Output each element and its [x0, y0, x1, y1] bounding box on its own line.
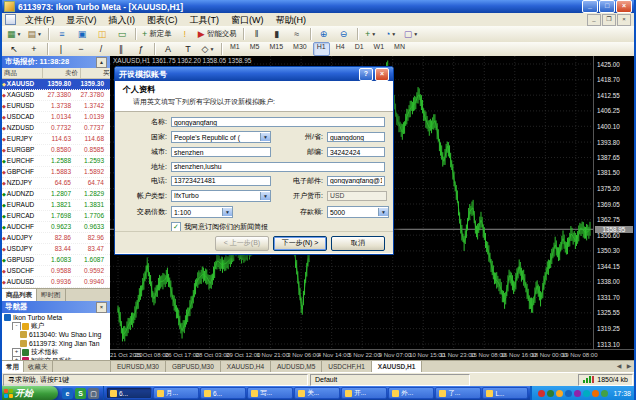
menu-file[interactable]: 文件(F)	[19, 15, 61, 25]
tree-item-accounts-group[interactable]: -账户	[2, 322, 110, 331]
market-watch-row-USDJPY[interactable]: ◆USDJPY83.4483.47	[2, 244, 110, 255]
chart-close-icon[interactable]: ×	[617, 14, 631, 26]
quick-launch-browser-icon[interactable]: e	[62, 388, 73, 399]
tray-icon-7[interactable]	[592, 390, 599, 397]
tree-item-indicators-group[interactable]: +技术指标	[2, 348, 110, 357]
cursor-icon[interactable]: ↖	[5, 42, 23, 57]
tray-icon-5[interactable]	[574, 390, 581, 397]
leverage-select[interactable]: 1:100 ▼	[171, 206, 233, 218]
market-watch-row-GBPCHF[interactable]: ◆GBPCHF1.58831.5892	[2, 167, 110, 178]
tray-icon-8[interactable]	[601, 390, 608, 397]
bar-chart-mode-icon[interactable]: ‖	[248, 27, 266, 42]
task-button-5[interactable]: 开...	[341, 387, 387, 399]
market-watch-row-AUDJPY[interactable]: ◆AUDJPY82.8682.96	[2, 233, 110, 244]
email-field[interactable]	[327, 176, 385, 186]
maximize-icon[interactable]: □	[599, 0, 615, 13]
dialog-close-icon[interactable]: ×	[375, 68, 389, 81]
name-field[interactable]	[171, 117, 385, 127]
new-chart-icon[interactable]: ▦▼	[5, 27, 23, 42]
market-watch-row-USDCHF[interactable]: ◆USDCHF0.95880.9592	[2, 266, 110, 277]
next-button[interactable]: 下一步(N) >	[273, 236, 327, 251]
candlestick-mode-icon[interactable]: ▮	[268, 27, 286, 42]
tray-icon-6[interactable]	[583, 390, 590, 397]
task-button-1[interactable]: 月...	[153, 387, 199, 399]
horizontal-line-icon[interactable]: −	[72, 42, 90, 57]
menu-view[interactable]: 显示(V)	[61, 15, 103, 25]
chevron-down-icon[interactable]: ▼	[37, 31, 42, 37]
tab-tick-chart[interactable]: 即时图	[37, 289, 66, 301]
data-window-icon[interactable]: ▣	[73, 27, 91, 42]
tree-item-platform[interactable]: Ikon Turbo Meta	[2, 313, 110, 322]
column-symbol[interactable]: 商品	[2, 68, 43, 78]
address-field[interactable]	[171, 162, 385, 172]
shapes-tool-icon[interactable]: ◇▼	[199, 42, 217, 57]
tree-item-account-6113973[interactable]: 6113973: Xing Jian Tan	[2, 339, 110, 348]
zoom-in-icon[interactable]: ⊕	[315, 27, 333, 42]
chart-window-icon[interactable]	[5, 14, 16, 25]
vertical-line-icon[interactable]: |	[52, 42, 70, 57]
quick-launch-messenger-icon[interactable]: S	[75, 388, 86, 399]
profiles-icon[interactable]: ▤▼	[25, 27, 43, 42]
menu-tools[interactable]: 工具(T)	[184, 15, 226, 25]
auto-trading-icon[interactable]: ▶智能交易	[196, 27, 239, 42]
chart-restore-icon[interactable]: ❐	[602, 14, 616, 26]
line-chart-mode-icon[interactable]: ≈	[288, 27, 306, 42]
chevron-down-icon[interactable]: ▼	[391, 31, 396, 37]
arrows-tool-icon[interactable]: T	[179, 42, 197, 57]
task-button-4[interactable]: 关...	[294, 387, 340, 399]
chevron-down-icon[interactable]: ▼	[378, 208, 388, 216]
indicators-icon[interactable]: +▼	[362, 27, 380, 42]
trendline-icon[interactable]: /	[92, 42, 110, 57]
market-watch-row-EURCAD[interactable]: ◆EURCAD1.76981.7706	[2, 211, 110, 222]
navigator-close-icon[interactable]: ×	[96, 302, 107, 313]
chevron-down-icon[interactable]: ▼	[371, 31, 376, 37]
account-type-select[interactable]: IfxTurbo ▼	[171, 190, 271, 202]
menu-insert[interactable]: 插入(I)	[103, 15, 142, 25]
zip-field[interactable]	[327, 147, 385, 157]
tray-icon-2[interactable]	[547, 390, 554, 397]
deposit-select[interactable]: 5000 ▼	[327, 206, 389, 218]
chevron-down-icon[interactable]: ▼	[260, 133, 270, 141]
tray-icon-3[interactable]	[556, 390, 563, 397]
timeframe-H4[interactable]: H4	[332, 42, 349, 56]
timeframe-MN[interactable]: MN	[390, 42, 409, 56]
chevron-down-icon[interactable]: ▼	[209, 46, 214, 52]
phone-field[interactable]	[171, 176, 271, 186]
task-button-3[interactable]: 写...	[247, 387, 293, 399]
market-watch-scroll-up-icon[interactable]: ▲	[96, 57, 107, 68]
chevron-down-icon[interactable]: ▼	[222, 208, 232, 216]
market-watch-row-EURGBP[interactable]: ◆EURGBP0.85800.8585	[2, 145, 110, 156]
fibonacci-icon[interactable]: ƒ	[132, 42, 150, 57]
minimize-icon[interactable]: _	[582, 0, 598, 13]
text-label-icon[interactable]: A	[159, 42, 177, 57]
menu-help[interactable]: 帮助(H)	[270, 15, 313, 25]
close-icon[interactable]: ×	[616, 0, 632, 13]
timeframe-M1[interactable]: M1	[226, 42, 244, 56]
column-bid[interactable]: 卖价	[43, 68, 81, 78]
crosshair-icon[interactable]: +	[25, 42, 43, 57]
market-watch-row-EURUSD[interactable]: ◆EURUSD1.37381.3742	[2, 101, 110, 112]
tray-icon-4[interactable]	[565, 390, 572, 397]
country-select[interactable]: People's Republic of ( ▼	[171, 131, 271, 143]
tree-item-account-6113040[interactable]: 6113040: Wu Shao Ling	[2, 330, 110, 339]
market-watch-row-AUDUSD[interactable]: ◆AUDUSD0.99360.9940	[2, 277, 110, 288]
task-button-7[interactable]: 了...	[435, 387, 481, 399]
cancel-button[interactable]: 取消	[331, 236, 385, 251]
expand-icon[interactable]: +	[12, 348, 21, 357]
state-field[interactable]	[327, 132, 385, 142]
timeframe-W1[interactable]: W1	[370, 42, 389, 56]
timeframe-M15[interactable]: M15	[265, 42, 287, 56]
templates-icon[interactable]: ▢▼	[402, 27, 420, 42]
tray-icon-1[interactable]	[538, 390, 545, 397]
quick-launch-show-desktop-icon[interactable]: ▢	[88, 388, 99, 399]
chevron-down-icon[interactable]: ▼	[260, 192, 270, 200]
dialog-help-icon[interactable]: ?	[359, 68, 373, 81]
chart-minimize-icon[interactable]: _	[587, 14, 601, 26]
price-axis[interactable]: 1425.001418.701412.551406.251400.101393.…	[593, 56, 634, 350]
task-button-2[interactable]: 6...	[200, 387, 246, 399]
market-watch-row-XAGUSD[interactable]: ◆XAGUSD27.338027.3780	[2, 90, 110, 101]
market-watch-row-EURJPY[interactable]: ◆EURJPY114.63114.68	[2, 134, 110, 145]
market-watch-row-AUDNZD[interactable]: ◆AUDNZD1.28071.2829	[2, 189, 110, 200]
start-button[interactable]: 开始	[0, 386, 58, 400]
timeframe-D1[interactable]: D1	[351, 42, 368, 56]
